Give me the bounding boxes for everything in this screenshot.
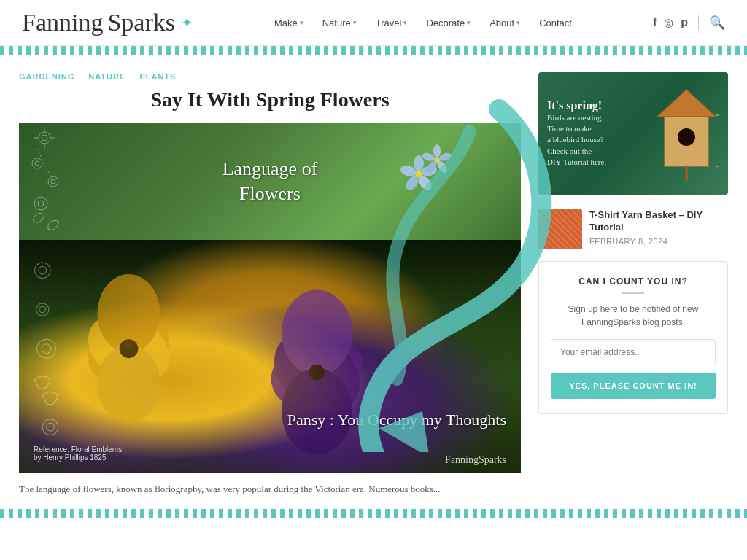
breadcrumb-dot-1: · <box>80 72 82 81</box>
logo-star-icon: ✦ <box>181 14 193 31</box>
breadcrumb-nature[interactable]: NATURE <box>88 72 125 81</box>
main-nav: Make ▾ Nature ▾ Travel ▾ Decorate ▾ Abou… <box>267 13 579 33</box>
svg-marker-45 <box>657 90 716 117</box>
svg-point-33 <box>282 290 352 376</box>
subscribe-button[interactable]: YES, PLEASE COUNT ME IN! <box>551 373 716 399</box>
svg-rect-47 <box>685 166 688 181</box>
breadcrumb-gardening[interactable]: GARDENING <box>19 72 74 81</box>
nav-item-make[interactable]: Make ▾ <box>267 13 311 33</box>
svg-point-37 <box>39 266 47 274</box>
subscription-divider <box>622 292 644 294</box>
birdhouse-svg: 7¼" <box>654 86 719 181</box>
flowers-blue <box>375 131 462 221</box>
yarn-pattern <box>538 209 582 249</box>
svg-point-36 <box>35 262 51 279</box>
main-container: GARDENING · NATURE · PLANTS Say It With … <box>1 55 746 497</box>
svg-point-39 <box>39 306 46 313</box>
pansy-reference: Reference: Floral Emblems by Henry Phill… <box>34 446 122 462</box>
article-image-bottom: Pansy : You Occupy my Thoughts Reference… <box>19 240 521 473</box>
svg-point-38 <box>36 303 49 316</box>
header-social: f ◎ p 🔍 <box>653 15 725 31</box>
birdhouse-content: It's spring! Birds are nesting. Time to … <box>538 72 728 195</box>
svg-point-0 <box>39 132 50 144</box>
floral-border-svg <box>23 123 66 240</box>
top-dotted-separator <box>0 46 747 55</box>
sidebar-post-date: FEBRUARY 8, 2024 <box>589 237 728 246</box>
svg-point-1 <box>42 135 47 141</box>
email-input[interactable] <box>551 339 716 365</box>
sidebar-recent-post[interactable]: T-Shirt Yarn Basket – DIY Tutorial FEBRU… <box>538 209 728 249</box>
sidebar-post-title[interactable]: T-Shirt Yarn Basket – DIY Tutorial <box>589 209 728 234</box>
birdhouse-desc: Birds are nesting. Time to make a bluebi… <box>547 112 646 168</box>
birdhouse-text: It's spring! Birds are nesting. Time to … <box>547 99 646 168</box>
article-area: GARDENING · NATURE · PLANTS Say It With … <box>19 72 521 497</box>
svg-point-11 <box>38 201 44 206</box>
nav-item-contact[interactable]: Contact <box>532 13 579 33</box>
birdhouse-headline: It's spring! <box>547 99 646 112</box>
svg-point-43 <box>47 423 55 431</box>
svg-point-40 <box>37 339 56 358</box>
svg-point-41 <box>42 344 51 354</box>
subscription-title: CAN I COUNT YOU IN? <box>551 276 716 287</box>
chevron-down-icon: ▾ <box>353 19 357 26</box>
logo-text: Fanning <box>22 9 103 36</box>
nav-item-travel[interactable]: Travel ▾ <box>368 13 415 33</box>
subscription-desc: Sign up here to be notified of new Fanni… <box>551 303 716 329</box>
article-image-top: Language of Flowers <box>19 123 521 240</box>
nav-item-decorate[interactable]: Decorate ▾ <box>419 13 478 33</box>
svg-line-12 <box>37 149 53 182</box>
article-preview-text: The language of flowers, known as florio… <box>19 482 521 497</box>
search-icon[interactable]: 🔍 <box>709 15 725 31</box>
sidebar-post-thumbnail <box>538 209 582 249</box>
subscription-box: CAN I COUNT YOU IN? Sign up here to be n… <box>538 261 728 414</box>
breadcrumbs: GARDENING · NATURE · PLANTS <box>19 72 521 81</box>
sidebar: It's spring! Birds are nesting. Time to … <box>538 72 728 497</box>
header: FanningSparks✦ Make ▾ Nature ▾ Travel ▾ … <box>0 0 747 46</box>
svg-point-35 <box>309 365 325 381</box>
svg-point-7 <box>35 161 39 166</box>
bottom-dotted-separator <box>0 509 747 518</box>
language-flowers-text: Language of Flowers <box>222 157 318 206</box>
sidebar-birdhouse-ad[interactable]: It's spring! Birds are nesting. Time to … <box>538 72 728 195</box>
header-divider <box>698 15 699 30</box>
chevron-down-icon: ▾ <box>300 19 303 26</box>
svg-point-30 <box>124 340 133 349</box>
nav-item-about[interactable]: About ▾ <box>482 13 527 33</box>
instagram-icon[interactable]: ◎ <box>664 16 673 29</box>
chevron-down-icon: ▾ <box>467 19 471 26</box>
logo-sparks: Sparks <box>107 9 175 36</box>
svg-point-10 <box>34 197 47 210</box>
svg-point-46 <box>678 128 695 146</box>
svg-point-14 <box>414 155 424 171</box>
breadcrumb-plants[interactable]: PLANTS <box>139 72 176 81</box>
pansy-caption: Pansy : You Occupy my Thoughts <box>287 411 506 429</box>
svg-point-42 <box>42 419 58 435</box>
chevron-down-icon: ▾ <box>516 19 520 26</box>
breadcrumb-dot-2: · <box>131 72 133 81</box>
nav-item-nature[interactable]: Nature ▾ <box>315 13 364 33</box>
svg-point-6 <box>32 158 42 168</box>
pansy-watermark: FanningSparks <box>445 454 506 466</box>
pinterest-icon[interactable]: p <box>681 16 688 29</box>
facebook-icon[interactable]: f <box>653 16 657 29</box>
pansy-svg <box>19 240 521 473</box>
site-logo[interactable]: FanningSparks✦ <box>22 9 193 36</box>
sidebar-post-info: T-Shirt Yarn Basket – DIY Tutorial FEBRU… <box>589 209 728 246</box>
chevron-down-icon: ▾ <box>403 19 407 26</box>
svg-point-20 <box>433 144 441 158</box>
article-title: Say It With Spring Flowers <box>19 88 521 112</box>
